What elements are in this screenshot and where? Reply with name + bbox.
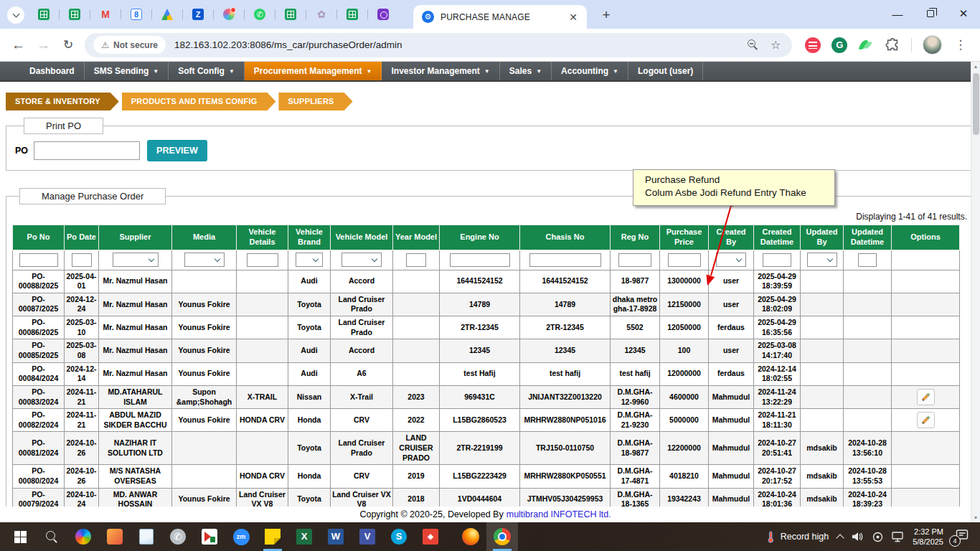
taskbar-button-chrome-icon[interactable] [486,522,518,551]
zoom-out-icon[interactable] [747,39,759,51]
taskbar-button-sticky-notes-icon[interactable] [257,522,288,551]
nav-item-soft-config[interactable]: Soft Config▼ [169,62,245,80]
nav-item-logout-user[interactable]: Logout (user) [628,62,703,80]
taskbar-button-red-diamond-app-icon[interactable]: ◆ [415,522,446,551]
pinned-tab[interactable] [152,5,182,24]
bookmark-star-icon[interactable]: ☆ [771,38,781,52]
pinned-tab[interactable] [183,5,213,24]
pinned-tab[interactable] [29,5,59,24]
filter-input-purchase-price[interactable] [668,253,701,267]
extensions-puzzle-icon[interactable] [885,37,900,53]
filter-select-supplier[interactable] [113,253,159,267]
filter-select-vehicle-model[interactable] [341,253,382,267]
filter-input-created-datetime[interactable] [763,253,791,267]
pinned-tab[interactable] [275,5,306,24]
tab-search-button[interactable] [7,6,24,24]
filter-input-po-no[interactable] [19,253,58,267]
filter-select-created-by[interactable] [716,253,746,267]
filter-input-po-date[interactable] [72,253,92,267]
back-icon[interactable]: ← [11,37,25,53]
filter-input-updated-datetime[interactable] [858,253,877,267]
pinned-tab[interactable] [60,5,90,24]
pinned-tab[interactable] [121,5,151,24]
profile-avatar[interactable] [923,35,942,55]
nav-item-sms-sending[interactable]: SMS Sending▼ [85,62,169,80]
new-tab-button[interactable]: + [597,6,616,24]
cell-text: LAND CRUISER PRADO [399,433,433,461]
preview-button[interactable]: PREVIEW [147,140,207,161]
leaf-extension-icon[interactable] [858,37,874,53]
taskbar-button-word-icon[interactable]: W [320,522,352,551]
notification-center[interactable]: 4 [955,529,969,544]
breadcrumb-item-products-and-items-config[interactable]: PRODUCTS AND ITEMS CONFIG [122,93,276,110]
filter-input-engine-no[interactable] [450,253,510,267]
hidden-icons-chevron[interactable] [837,534,844,542]
filter-input-year-model[interactable] [406,253,426,267]
pinned-tab[interactable] [214,5,244,24]
filter-input-chasis-no[interactable] [529,253,601,267]
cell-text: MD. ANWAR HOSSAIN [113,490,157,509]
taskbar-button-start-icon[interactable] [4,522,36,551]
taskbar-button-excel-icon[interactable]: X [288,522,320,551]
filter-select-updated-by[interactable] [807,253,837,267]
taskbar-button-search-icon[interactable] [36,522,67,551]
cell-vehicle-brand: Audi [288,270,331,293]
cell-text: 2025-03-08 [66,341,96,359]
security-chip[interactable]: ⚠ Not secure [93,36,166,54]
taskbar-button-notepad-icon[interactable] [131,522,162,551]
pinned-tab[interactable] [90,5,121,24]
filter-select-vehicle-brand[interactable] [296,253,323,267]
nav-item-dashboard[interactable]: Dashboard [20,62,85,80]
nav-item-investor-management[interactable]: Investor Management▼ [382,62,499,80]
red-extension-icon[interactable] [805,37,821,53]
forward-icon[interactable]: → [37,37,50,53]
filter-input-vehicle-details[interactable] [247,253,278,267]
browser-menu-icon[interactable]: ⋮ [954,37,966,52]
nav-item-procurement-management[interactable]: Procurement Management▼ [245,62,382,80]
scroll-down-icon[interactable]: ▼ [971,515,980,520]
scroll-up-icon[interactable]: ▲ [971,64,980,69]
page-scrollbar[interactable]: ▲ ▼ [971,62,980,522]
network-icon[interactable] [892,532,904,542]
scrollbar-thumb[interactable] [973,73,979,135]
taskbar-button-skype-icon[interactable]: S [383,522,415,551]
volume-icon[interactable] [852,532,864,542]
reload-icon[interactable]: ↻ [63,37,73,52]
pinned-tab[interactable] [337,5,367,24]
clock[interactable]: 2:32 PM 5/8/2025 [913,527,943,547]
active-tab[interactable]: PURCHASE MANAGE ✕ [413,5,587,29]
taskbar-button-firefox-icon[interactable] [455,522,486,551]
nav-item-sales[interactable]: Sales▼ [500,62,552,80]
edit-button[interactable] [917,389,935,405]
url-text[interactable]: 182.163.102.203:8086/ms_car/purchaseOrde… [174,39,402,50]
nav-item-accounting[interactable]: Accounting▼ [552,62,628,80]
taskbar-button-copilot-icon[interactable] [67,522,99,551]
pinned-tab[interactable] [245,5,275,24]
taskbar-button-whatsapp-icon[interactable] [162,522,194,551]
developer-link[interactable]: multibrand INFOTECH ltd. [507,509,611,519]
restore-button[interactable] [914,0,947,27]
edit-button[interactable] [917,412,935,428]
pinned-tab[interactable] [368,5,398,24]
filter-select-media[interactable] [184,253,225,267]
close-tab-icon[interactable]: ✕ [567,11,580,23]
po-number-input[interactable] [34,141,140,160]
address-bar[interactable]: ⚠ Not secure 182.163.102.203:8086/ms_car… [85,33,792,57]
breadcrumb-item-suppliers[interactable]: SUPPLIERS [278,93,352,110]
breadcrumb-item-store-inventory[interactable]: STORE & INVENTORY [6,93,119,110]
taskbar-button-avro-keyboard-icon[interactable] [99,522,131,551]
cell-text: 2024-10-27 20:17:52 [758,466,796,485]
close-window-button[interactable]: ✕ [947,0,980,27]
cell-vehicle-model: Land Cruiser Prado [331,316,393,339]
taskbar-button-visio-icon[interactable]: V [352,522,383,551]
minimize-button[interactable]: — [881,0,914,27]
tray-app-icon[interactable] [872,532,883,542]
taskbar-button-zoom-icon[interactable] [225,522,257,551]
filter-input-reg-no[interactable] [618,253,651,267]
nav-item-label: Procurement Management [254,66,362,76]
pinned-tab[interactable] [306,5,336,24]
taskbar-button-media-player-icon[interactable] [194,522,225,551]
weather-widget[interactable]: Record high [766,531,829,543]
grammarly-icon[interactable] [831,37,847,53]
cell-text: PO-00087/2025 [19,295,58,314]
